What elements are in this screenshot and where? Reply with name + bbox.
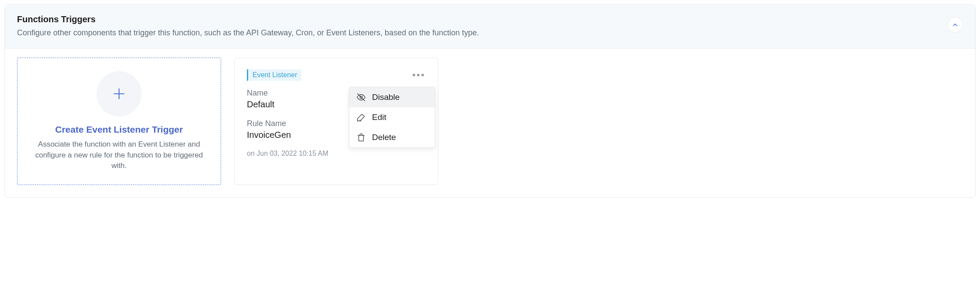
dot-icon [417, 74, 420, 76]
dot-icon [421, 74, 424, 76]
more-options-button[interactable] [411, 72, 426, 78]
plus-icon [112, 86, 126, 101]
panel-header-texts: Functions Triggers Configure other compo… [17, 14, 939, 39]
menu-item-disable[interactable]: Disable [349, 87, 435, 107]
menu-item-edit[interactable]: Edit [349, 107, 435, 127]
eye-off-icon [356, 92, 366, 102]
panel-body: Create Event Listener Trigger Associate … [5, 49, 975, 197]
chevron-up-icon [952, 21, 959, 28]
trash-icon [356, 133, 366, 142]
pencil-icon [356, 113, 366, 122]
trigger-timestamp: on Jun 03, 2022 10:15 AM [247, 150, 426, 157]
create-card-title: Create Event Listener Trigger [55, 124, 183, 135]
panel-title: Functions Triggers [17, 14, 939, 24]
create-trigger-card[interactable]: Create Event Listener Trigger Associate … [17, 58, 221, 185]
functions-triggers-panel: Functions Triggers Configure other compo… [4, 4, 976, 198]
trigger-card-header: Event Listener [247, 69, 426, 81]
menu-item-label: Delete [372, 133, 396, 142]
trigger-card: Event Listener Name Default Rule Name In… [234, 58, 438, 185]
menu-item-label: Edit [372, 113, 386, 122]
context-menu: Disable Edit Delete [349, 87, 435, 148]
panel-header: Functions Triggers Configure other compo… [5, 5, 975, 49]
plus-circle [96, 71, 142, 116]
collapse-button[interactable] [947, 17, 963, 33]
menu-item-label: Disable [372, 92, 400, 102]
dot-icon [413, 74, 415, 76]
trigger-type-tag: Event Listener [247, 69, 301, 81]
panel-description: Configure other components that trigger … [17, 27, 939, 39]
menu-item-delete[interactable]: Delete [349, 127, 435, 147]
create-card-description: Associate the function with an Event Lis… [29, 139, 209, 171]
